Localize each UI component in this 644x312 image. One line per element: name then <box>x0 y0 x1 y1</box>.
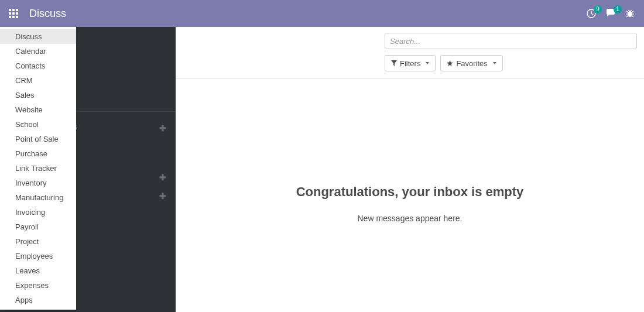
plus-icon: ✚ <box>159 124 166 133</box>
app-menu-item[interactable]: Point of Sale <box>0 132 76 146</box>
app-menu-item[interactable]: Discuss <box>0 29 76 44</box>
empty-inbox: Congratulations, your inbox is empty New… <box>176 79 644 223</box>
topbar-right: 9 1 <box>587 9 638 18</box>
app-menu-item[interactable]: Sales <box>0 88 76 102</box>
app-menu-item[interactable]: Employees <box>0 249 76 263</box>
app-menu-item[interactable]: School <box>0 117 76 132</box>
chat-icon[interactable]: 1 <box>605 9 616 18</box>
chevron-down-icon <box>493 62 496 64</box>
app-menu-item[interactable]: Payroll <box>0 220 76 234</box>
timer-icon[interactable]: 9 <box>587 9 596 18</box>
star-icon <box>447 60 453 67</box>
svg-rect-4 <box>12 12 15 15</box>
empty-title: Congratulations, your inbox is empty <box>176 184 644 200</box>
app-menu-item[interactable]: Invoicing <box>0 205 76 220</box>
app-menu-item[interactable]: Link Tracker <box>0 161 76 176</box>
svg-rect-3 <box>9 12 11 15</box>
app-menu-item[interactable]: Project <box>0 234 76 249</box>
svg-rect-1 <box>12 9 15 11</box>
topbar: Discuss 9 1 <box>0 0 644 27</box>
app-menu-item[interactable]: Apps <box>0 293 76 307</box>
empty-subtitle: New messages appear here. <box>176 214 644 223</box>
filters-button[interactable]: Filters <box>385 55 436 71</box>
bug-icon[interactable] <box>625 9 635 18</box>
funnel-icon <box>391 60 397 66</box>
app-title: Discuss <box>29 8 66 20</box>
app-menu-item[interactable]: Manufacturing <box>0 190 76 205</box>
app-menu-item[interactable]: Website <box>0 102 76 117</box>
app-menu-item[interactable]: Calendar <box>0 44 76 59</box>
search-input[interactable] <box>385 33 637 49</box>
svg-rect-8 <box>16 16 18 18</box>
control-panel: Filters Favorites <box>176 27 644 79</box>
apps-grid-icon[interactable] <box>6 6 21 21</box>
svg-rect-5 <box>16 12 18 15</box>
svg-rect-2 <box>16 9 18 11</box>
favorites-label: Favorites <box>456 59 487 68</box>
plus-icon: ✚ <box>159 191 166 201</box>
timer-badge: 9 <box>594 5 602 13</box>
main-content: Filters Favorites Congratulations, your … <box>176 27 644 312</box>
chevron-down-icon <box>426 62 429 64</box>
svg-rect-6 <box>9 16 11 18</box>
svg-rect-7 <box>12 16 15 18</box>
svg-rect-0 <box>9 9 11 11</box>
app-menu-item[interactable]: Inventory <box>0 176 76 190</box>
plus-icon: ✚ <box>159 173 166 182</box>
app-menu-item[interactable]: Purchase <box>0 146 76 161</box>
app-menu-item[interactable]: CRM <box>0 73 76 88</box>
chat-badge: 1 <box>614 5 622 13</box>
favorites-button[interactable]: Favorites <box>440 55 502 71</box>
app-menu-item[interactable]: Leaves <box>0 263 76 278</box>
apps-dropdown: DiscussCalendarContactsCRMSalesWebsiteSc… <box>0 27 76 310</box>
filters-label: Filters <box>400 59 420 68</box>
app-menu-item[interactable]: Expenses <box>0 278 76 293</box>
app-menu-item[interactable]: Contacts <box>0 59 76 73</box>
